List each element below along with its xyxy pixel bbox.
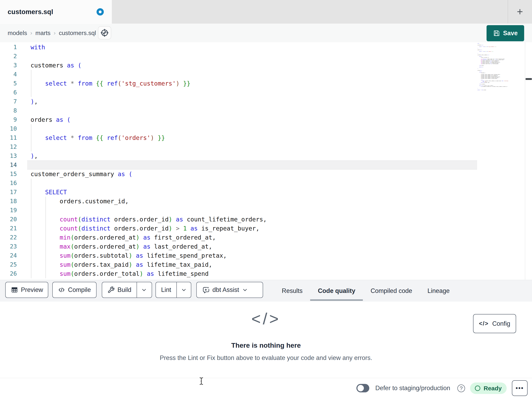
code-quality-panel: </> There is nothing here Press the Lint…: [0, 302, 532, 378]
code-editor[interactable]: 1234567891011121314151617181920212223242…: [0, 42, 532, 280]
code-line[interactable]: sum(orders.tax_paid) as lifetime_tax_pai…: [31, 260, 267, 269]
code-line[interactable]: [31, 142, 267, 151]
breadcrumb-row: models›marts›customers.sql Save: [0, 24, 532, 42]
code-line[interactable]: ),: [31, 151, 267, 160]
dbt-assist-button-label: dbt Assist: [212, 286, 239, 294]
code-line[interactable]: [31, 52, 267, 61]
wrench-icon: [108, 286, 115, 294]
defer-toggle[interactable]: [356, 384, 369, 392]
line-number: 5: [0, 79, 17, 88]
tab-customers-sql[interactable]: customers.sql: [0, 0, 112, 24]
line-number-gutter: 1234567891011121314151617181920212223242…: [0, 43, 17, 278]
code-line[interactable]: [31, 88, 267, 97]
line-number: 23: [0, 242, 17, 251]
empty-state-code-icon: </>: [0, 310, 532, 328]
code-line[interactable]: SELECT: [31, 188, 267, 197]
compile-button[interactable]: Compile: [52, 282, 96, 298]
ide-status-badge[interactable]: Ready: [470, 383, 507, 394]
table-icon: [11, 286, 18, 294]
code-line[interactable]: [31, 179, 267, 188]
line-number: 16: [0, 179, 17, 188]
scrollbar-thumb[interactable]: [526, 78, 532, 80]
code-line[interactable]: count(distinct orders.order_id) as count…: [31, 215, 267, 224]
line-number: 8: [0, 106, 17, 115]
line-number: 7: [0, 97, 17, 106]
line-number: 10: [0, 124, 17, 133]
line-number: 14: [0, 160, 17, 170]
assist-chat-sparkle-icon: [202, 286, 209, 294]
save-button[interactable]: Save: [487, 25, 524, 41]
build-dropdown-button[interactable]: [137, 282, 151, 298]
tab-lineage[interactable]: Lineage: [420, 280, 457, 302]
line-number: 6: [0, 88, 17, 97]
code-line[interactable]: sum(orders.order_total) as lifetime_spen…: [31, 269, 267, 278]
code-line[interactable]: count(distinct orders.order_id) > 1 as i…: [31, 224, 267, 233]
preview-button[interactable]: Preview: [5, 282, 48, 298]
breadcrumb-item-marts[interactable]: marts: [35, 30, 51, 36]
code-text-area[interactable]: with customers as ( select * from {{ ref…: [31, 43, 267, 278]
lint-button-label: Lint: [161, 286, 171, 294]
build-button-label: Build: [117, 286, 131, 294]
save-button-label: Save: [503, 30, 518, 37]
build-split-button: Build: [102, 282, 152, 298]
line-number: 11: [0, 133, 17, 142]
editor-toolbar: Preview Compile Build: [0, 280, 532, 302]
dbt-assist-button[interactable]: dbt Assist: [196, 282, 263, 298]
code-line[interactable]: customers as (: [31, 61, 267, 70]
line-number: 19: [0, 206, 17, 215]
tab-results[interactable]: Results: [274, 280, 310, 302]
tab-code-quality[interactable]: Code quality: [310, 280, 363, 302]
code-line[interactable]: customer_orders_summary as (: [31, 170, 267, 179]
breadcrumb-item-models[interactable]: models: [8, 30, 27, 36]
tab-bar: customers.sql +: [0, 0, 532, 24]
new-tab-button[interactable]: +: [512, 0, 528, 24]
line-number: 18: [0, 197, 17, 206]
code-icon: </>: [479, 320, 488, 327]
code-line[interactable]: [31, 106, 267, 115]
line-number: 25: [0, 260, 17, 269]
line-number: 1: [0, 43, 17, 52]
empty-state-subtitle: Press the Lint or Fix button above to ev…: [0, 354, 532, 362]
preview-button-label: Preview: [21, 286, 43, 294]
file-explore-button[interactable]: [98, 26, 111, 39]
line-number: 26: [0, 269, 17, 278]
chevron-down-icon: [181, 287, 187, 293]
status-bar: Defer to staging/production ? Ready •••: [0, 378, 532, 398]
config-button[interactable]: </> Config: [473, 314, 516, 333]
line-number: 2: [0, 52, 17, 61]
build-button[interactable]: Build: [102, 282, 137, 298]
line-number: 17: [0, 188, 17, 197]
code-line[interactable]: select * from {{ ref('orders') }}: [31, 133, 267, 142]
empty-state-title: There is nothing here: [0, 341, 532, 349]
tab-strip-divider: [508, 0, 508, 24]
code-line[interactable]: orders as (: [31, 115, 267, 124]
dbt-ide-window: customers.sql + models›marts›customers.s…: [0, 0, 532, 398]
code-line[interactable]: select * from {{ ref('stg_customers') }}: [31, 79, 267, 88]
line-number: 22: [0, 233, 17, 242]
compile-button-label: Compile: [68, 286, 91, 294]
tab-compiled-code[interactable]: Compiled code: [363, 280, 420, 302]
line-number: 12: [0, 142, 17, 151]
breadcrumb-separator: ›: [30, 30, 32, 36]
lint-dropdown-button[interactable]: [177, 282, 191, 298]
minimap-line: select * from joined: [477, 90, 525, 90]
code-line[interactable]: [31, 124, 267, 133]
line-number: 3: [0, 61, 17, 70]
status-ring-icon: [475, 385, 480, 391]
code-line[interactable]: [31, 206, 267, 215]
breadcrumb-item-customers-sql[interactable]: customers.sql: [59, 30, 96, 36]
lint-button[interactable]: Lint: [156, 282, 176, 298]
overflow-menu-button[interactable]: •••: [512, 380, 528, 396]
code-line[interactable]: orders.customer_id,: [31, 197, 267, 206]
code-line[interactable]: [31, 160, 267, 170]
tab-title: customers.sql: [8, 8, 53, 16]
code-line[interactable]: max(orders.ordered_at) as last_ordered_a…: [31, 242, 267, 251]
code-line[interactable]: sum(orders.subtotal) as lifetime_spend_p…: [31, 251, 267, 260]
code-line[interactable]: min(orders.ordered_at) as first_ordered_…: [31, 233, 267, 242]
minimap[interactable]: with customers as ( select * from {{ ref…: [477, 43, 525, 90]
code-line[interactable]: ),: [31, 97, 267, 106]
help-icon[interactable]: ?: [457, 385, 465, 392]
code-line[interactable]: [31, 70, 267, 79]
code-line[interactable]: with: [31, 43, 267, 52]
line-number: 15: [0, 170, 17, 179]
